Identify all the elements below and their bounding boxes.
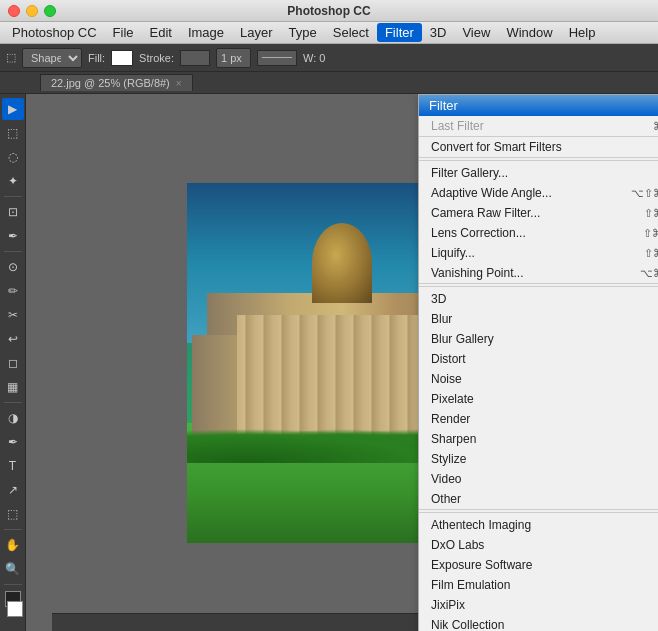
divider-3 xyxy=(419,512,658,513)
tool-brush[interactable]: ✏ xyxy=(2,280,24,302)
menu-type[interactable]: Type xyxy=(281,23,325,42)
convert-smart-filters-item[interactable]: Convert for Smart Filters xyxy=(419,137,658,157)
menu-view[interactable]: View xyxy=(454,23,498,42)
left-toolbar: ▶ ⬚ ◌ ✦ ⊡ ✒ ⊙ ✏ ✂ ↩ ◻ ▦ ◑ ✒ T ↗ ⬚ ✋ 🔍 xyxy=(0,94,26,631)
doc-tab[interactable]: 22.jpg @ 25% (RGB/8#) × xyxy=(40,74,193,91)
maximize-button[interactable] xyxy=(44,5,56,17)
fill-label: Fill: xyxy=(88,52,105,64)
menu-bar: Photoshop CC File Edit Image Layer Type … xyxy=(0,22,658,44)
liquify-item[interactable]: Liquify... ⇧⌘X xyxy=(419,243,658,263)
tool-eraser[interactable]: ◻ xyxy=(2,352,24,374)
stroke-preview[interactable] xyxy=(180,50,210,66)
tool-mode-icon: ⬚ xyxy=(6,51,16,64)
tool-separator-5 xyxy=(4,584,22,585)
tab-name: 22.jpg @ 25% (RGB/8#) xyxy=(51,77,170,89)
title-bar: Photoshop CC xyxy=(0,0,658,22)
title-bar-text: Photoshop CC xyxy=(287,4,370,18)
tool-magic-wand[interactable]: ✦ xyxy=(2,170,24,192)
width-label: W: 0 xyxy=(303,52,325,64)
menu-3d[interactable]: 3D xyxy=(422,23,455,42)
tool-history[interactable]: ↩ xyxy=(2,328,24,350)
tool-path-select[interactable]: ↗ xyxy=(2,479,24,501)
tool-pen[interactable]: ✒ xyxy=(2,431,24,453)
tool-zoom[interactable]: 🔍 xyxy=(2,558,24,580)
camera-raw-item[interactable]: Camera Raw Filter... ⇧⌘A xyxy=(419,203,658,223)
tool-shape[interactable]: ⬚ xyxy=(2,503,24,525)
last-filter-item[interactable]: Last Filter ⌘F xyxy=(419,116,658,136)
line-style[interactable] xyxy=(257,50,297,66)
tab-close-button[interactable]: × xyxy=(176,78,182,89)
jixipix-item[interactable]: JixiPix▶ xyxy=(419,595,658,615)
stroke-size[interactable] xyxy=(216,48,251,68)
shape-select[interactable]: Shape xyxy=(22,48,82,68)
film-emulation-item[interactable]: Film Emulation▶ xyxy=(419,575,658,595)
tool-lasso[interactable]: ◌ xyxy=(2,146,24,168)
menu-window[interactable]: Window xyxy=(498,23,560,42)
menu-select[interactable]: Select xyxy=(325,23,377,42)
filter-gallery-item[interactable]: Filter Gallery... xyxy=(419,163,658,183)
menu-file[interactable]: File xyxy=(105,23,142,42)
menu-image[interactable]: Image xyxy=(180,23,232,42)
tool-eyedropper[interactable]: ✒ xyxy=(2,225,24,247)
tool-spot-heal[interactable]: ⊙ xyxy=(2,256,24,278)
minimize-button[interactable] xyxy=(26,5,38,17)
background-color[interactable] xyxy=(7,601,23,617)
plugins-section: Athentech Imaging▶ DxO Labs▶ Exposure So… xyxy=(419,515,658,631)
menu-edit[interactable]: Edit xyxy=(142,23,180,42)
tool-separator-4 xyxy=(4,529,22,530)
options-bar: ⬚ Shape Fill: Stroke: W: 0 xyxy=(0,44,658,72)
filter-submenus-section: 3D▶ Blur▶ Blur Gallery▶ Distort▶ Noise▶ … xyxy=(419,289,658,510)
distort-item[interactable]: Distort▶ xyxy=(419,349,658,369)
pixelate-item[interactable]: Pixelate▶ xyxy=(419,389,658,409)
athentech-item[interactable]: Athentech Imaging▶ xyxy=(419,515,658,535)
exposure-item[interactable]: Exposure Software▶ xyxy=(419,555,658,575)
menu-filter[interactable]: Filter xyxy=(377,23,422,42)
video-item[interactable]: Video▶ xyxy=(419,469,658,489)
traffic-lights[interactable] xyxy=(8,5,56,17)
lens-correction-item[interactable]: Lens Correction... ⇧⌘R xyxy=(419,223,658,243)
tool-dodge[interactable]: ◑ xyxy=(2,407,24,429)
tool-move[interactable]: ▶ xyxy=(2,98,24,120)
filter-menu-title: Filter xyxy=(429,98,458,113)
tool-separator-2 xyxy=(4,251,22,252)
last-filter-shortcut: ⌘F xyxy=(653,120,658,133)
menu-layer[interactable]: Layer xyxy=(232,23,281,42)
dropdown-overlay: Filter Last Filter ⌘F Convert for Smart … xyxy=(26,94,658,631)
canvas-area: Filter Last Filter ⌘F Convert for Smart … xyxy=(26,94,658,631)
adaptive-wide-angle-item[interactable]: Adaptive Wide Angle... ⌥⇧⌘A xyxy=(419,183,658,203)
divider-1 xyxy=(419,160,658,161)
render-item[interactable]: Render▶ xyxy=(419,409,658,429)
tool-type[interactable]: T xyxy=(2,455,24,477)
dxo-item[interactable]: DxO Labs▶ xyxy=(419,535,658,555)
vanishing-point-item[interactable]: Vanishing Point... ⌥⌘V xyxy=(419,263,658,283)
3d-item[interactable]: 3D▶ xyxy=(419,289,658,309)
divider-2 xyxy=(419,286,658,287)
sharpen-item[interactable]: Sharpen▶ xyxy=(419,429,658,449)
tool-select[interactable]: ⬚ xyxy=(2,122,24,144)
noise-item[interactable]: Noise▶ xyxy=(419,369,658,389)
other-item[interactable]: Other▶ xyxy=(419,489,658,509)
menu-photoshop[interactable]: Photoshop CC xyxy=(4,23,105,42)
close-button[interactable] xyxy=(8,5,20,17)
tool-gradient[interactable]: ▦ xyxy=(2,376,24,398)
last-filter-section: Last Filter ⌘F xyxy=(419,116,658,137)
tool-hand[interactable]: ✋ xyxy=(2,534,24,556)
filter-menu-header: Filter xyxy=(419,95,658,116)
blur-item[interactable]: Blur▶ xyxy=(419,309,658,329)
menu-help[interactable]: Help xyxy=(561,23,604,42)
blur-gallery-item[interactable]: Blur Gallery▶ xyxy=(419,329,658,349)
fill-color[interactable] xyxy=(111,50,133,66)
filter-gallery-section: Filter Gallery... Adaptive Wide Angle...… xyxy=(419,163,658,284)
main-area: ▶ ⬚ ◌ ✦ ⊡ ✒ ⊙ ✏ ✂ ↩ ◻ ▦ ◑ ✒ T ↗ ⬚ ✋ 🔍 xyxy=(0,94,658,631)
tool-separator-3 xyxy=(4,402,22,403)
stylize-item[interactable]: Stylize▶ xyxy=(419,449,658,469)
tool-crop[interactable]: ⊡ xyxy=(2,201,24,223)
stroke-label: Stroke: xyxy=(139,52,174,64)
tool-clone[interactable]: ✂ xyxy=(2,304,24,326)
smart-filters-section: Convert for Smart Filters xyxy=(419,137,658,158)
filter-menu: Filter Last Filter ⌘F Convert for Smart … xyxy=(418,94,658,631)
tab-bar: 22.jpg @ 25% (RGB/8#) × xyxy=(0,72,658,94)
nik-collection-item[interactable]: Nik Collection▶ xyxy=(419,615,658,631)
tool-separator-1 xyxy=(4,196,22,197)
